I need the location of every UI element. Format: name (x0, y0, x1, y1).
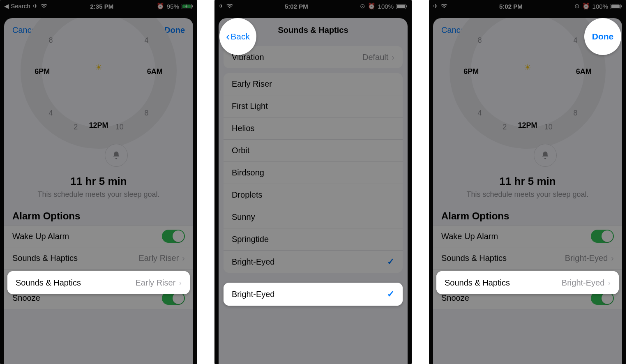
battery-pct: 100% (378, 3, 394, 10)
chevron-right-icon: › (179, 278, 182, 288)
svg-rect-2 (192, 5, 193, 7)
status-bar: ✈ 5:02 PM ⊙ ⏰ 100% (429, 0, 626, 12)
sound-option[interactable]: Droplets (224, 184, 403, 206)
sound-label: Birdsong (232, 168, 264, 177)
sounds-haptics-sheet: ‹ Back Sounds & Haptics Vibration Defaul… (219, 18, 408, 364)
snooze-label: Snooze (441, 293, 469, 303)
status-time: 2:35 PM (90, 3, 113, 10)
tick-2: 2 (503, 123, 507, 131)
tick-4b: 4 (145, 36, 149, 45)
chevron-right-icon: › (611, 253, 614, 263)
wake-up-toggle[interactable] (591, 230, 614, 243)
battery-pct: 100% (592, 3, 608, 10)
battery-icon (611, 4, 622, 9)
sound-option-selected[interactable]: Bright-Eyed ✓ (224, 283, 403, 306)
done-label: Done (592, 32, 614, 41)
snooze-label: Snooze (12, 293, 40, 303)
svg-rect-5 (406, 5, 407, 7)
wifi-icon (441, 4, 447, 9)
sun-icon: ☀ (95, 62, 102, 72)
sounds-haptics-row-dim[interactable]: Sounds & Haptics Bright-Eyed › (433, 247, 622, 270)
sound-option[interactable]: Springtide (224, 228, 403, 251)
tick-6am: 6AM (147, 67, 163, 76)
chevron-left-icon: ‹ (226, 31, 230, 42)
sound-option[interactable]: Orbit (224, 140, 403, 162)
chevron-right-icon: › (608, 278, 611, 288)
vibration-value: Default (362, 53, 388, 62)
sound-label: Helios (232, 124, 255, 133)
tick-4: 4 (48, 109, 53, 117)
tick-12pm: 12PM (518, 121, 537, 130)
svg-rect-8 (621, 5, 622, 7)
sounds-haptics-value: Early Riser (136, 278, 176, 288)
wifi-icon (41, 4, 47, 9)
sounds-haptics-label: Sounds & Haptics (445, 278, 510, 288)
status-time: 5:02 PM (499, 3, 523, 10)
sound-label: Orbit (232, 146, 249, 155)
screenshot-2: ✈ 5:02 PM ⊙ ⏰ 100% ‹ Back Sounds & Hapti… (214, 0, 412, 364)
tick-8b: 8 (145, 109, 149, 117)
sound-label: Early Riser (232, 79, 272, 89)
edit-sleep-sheet: Cancel Done 12PM 6PM 6AM 8 4 4 8 2 10 ☀ (4, 18, 193, 364)
screenshot-3: ✈ 5:02 PM ⊙ ⏰ 100% Cancel Done 12PM 6 (429, 0, 626, 364)
wifi-icon (226, 4, 233, 9)
sleep-dial[interactable]: 12PM 6PM 6AM 8 4 4 8 2 10 ☀ (23, 42, 175, 165)
alarm-options-header: Alarm Options (4, 199, 193, 225)
sound-option-dim[interactable]: Bright-Eyed✓ (224, 251, 403, 273)
checkmark-icon: ✓ (387, 289, 394, 299)
wake-up-alarm-label: Wake Up Alarm (441, 232, 498, 241)
edit-sleep-sheet: Cancel Done 12PM 6PM 6AM 8 4 4 8 2 10 ☀ (433, 18, 622, 364)
wake-up-toggle[interactable] (162, 230, 185, 243)
back-to-app[interactable]: ◀ Search (4, 2, 30, 10)
tick-12pm: 12PM (89, 121, 108, 130)
airplane-icon: ✈ (33, 2, 38, 10)
goal-label: This schedule meets your sleep goal. (16, 190, 181, 199)
status-bar: ✈ 5:02 PM ⊙ ⏰ 100% (214, 0, 412, 12)
alarm-icon: ⏰ (157, 2, 164, 10)
sound-option[interactable]: Helios (224, 117, 403, 140)
sound-option[interactable]: Sunny (224, 206, 403, 228)
sound-label: First Light (232, 101, 268, 111)
sounds-haptics-row[interactable]: Sounds & Haptics Bright-Eyed › (436, 271, 619, 294)
tick-8: 8 (48, 36, 53, 45)
checkmark-icon: ✓ (387, 256, 394, 267)
sounds-haptics-row-dim[interactable]: Sounds & Haptics Early Riser › (4, 247, 193, 270)
sounds-haptics-value: Bright-Eyed (562, 278, 605, 288)
tick-8b: 8 (574, 109, 578, 117)
wake-handle[interactable] (105, 144, 128, 167)
done-button[interactable]: Done (584, 18, 621, 55)
duration-label: 11 hr 5 min (16, 175, 181, 188)
tick-10: 10 (115, 123, 124, 131)
svg-rect-4 (397, 5, 405, 8)
battery-icon (182, 4, 193, 9)
sound-label: Bright-Eyed (232, 290, 275, 299)
wake-up-alarm-row: Wake Up Alarm (433, 225, 622, 247)
battery-pct: 95% (167, 3, 179, 10)
alarm-icon: ⏰ (582, 2, 590, 10)
tick-4b: 4 (574, 36, 578, 45)
sound-option[interactable]: First Light (224, 95, 403, 117)
tick-2: 2 (74, 123, 78, 131)
sound-option[interactable]: Early Riser (224, 73, 403, 95)
sound-label: Sunny (232, 212, 255, 222)
wake-handle[interactable] (534, 144, 557, 167)
back-button[interactable]: ‹ Back (219, 18, 256, 55)
alarm-icon: ⏰ (368, 2, 376, 10)
alarm-options-header: Alarm Options (433, 199, 622, 225)
sleep-dial[interactable]: 12PM 6PM 6AM 8 4 4 8 2 10 ☀ (452, 42, 604, 165)
sounds-haptics-value: Bright-Eyed (565, 253, 608, 263)
sounds-haptics-row[interactable]: Sounds & Haptics Early Riser › (7, 271, 190, 294)
tick-8: 8 (477, 36, 482, 45)
airplane-icon: ✈ (219, 2, 224, 10)
sound-option[interactable]: Birdsong (224, 162, 403, 184)
chevron-right-icon: › (182, 253, 185, 263)
status-bar: ◀ Search ✈ 2:35 PM ⏰ 95% (0, 0, 197, 12)
goal-label: This schedule meets your sleep goal. (445, 190, 610, 199)
wake-up-alarm-row: Wake Up Alarm (4, 225, 193, 247)
sounds-haptics-label: Sounds & Haptics (441, 253, 507, 263)
duration-label: 11 hr 5 min (445, 175, 610, 188)
svg-rect-7 (611, 5, 620, 8)
screenshot-1: ◀ Search ✈ 2:35 PM ⏰ 95% Cancel Done 12P… (0, 0, 197, 364)
status-time: 5:02 PM (285, 3, 308, 10)
tick-10: 10 (544, 123, 553, 131)
